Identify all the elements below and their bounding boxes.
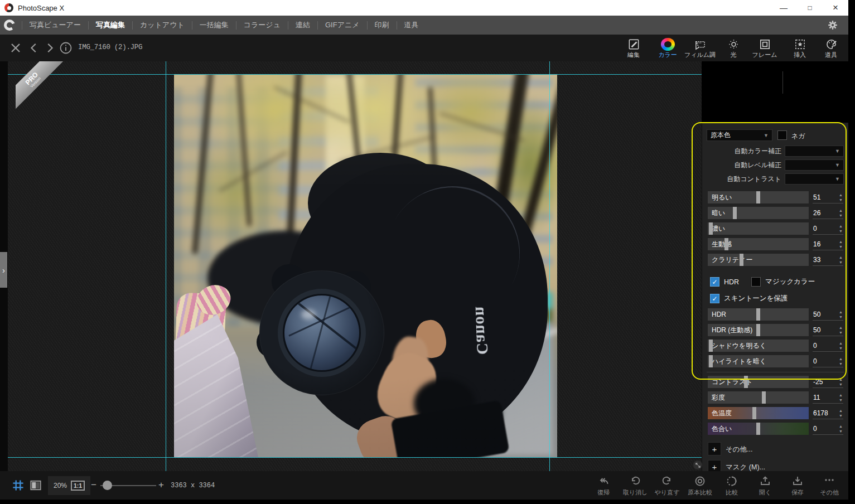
- slider-handle[interactable]: [756, 324, 760, 336]
- spinner-control[interactable]: ▲▼: [839, 377, 843, 386]
- mode-edit[interactable]: 編集: [617, 37, 650, 60]
- mode-frame[interactable]: フレーム: [748, 37, 781, 60]
- slider-track[interactable]: HDR: [708, 308, 809, 321]
- slider-handle[interactable]: [724, 238, 728, 250]
- spinner-control[interactable]: ▲▼: [839, 310, 843, 319]
- photoscape-ring-icon: [4, 20, 15, 31]
- slider-track[interactable]: 暗い: [708, 207, 809, 219]
- slider-track[interactable]: HDR (生動感): [708, 324, 809, 336]
- zoom-slider-handle[interactable]: [103, 481, 112, 490]
- grid-crop-icon[interactable]: [12, 479, 25, 494]
- tab-photo-editor[interactable]: 写真編集: [89, 20, 132, 30]
- tab-tools[interactable]: 道具: [397, 20, 426, 30]
- slider-track[interactable]: 明るい: [708, 191, 809, 203]
- mode-light[interactable]: 光: [717, 37, 750, 60]
- tab-combine[interactable]: 連結: [288, 20, 317, 30]
- slider-handle[interactable]: [709, 222, 713, 235]
- more-adjust-label[interactable]: その他...: [726, 445, 753, 454]
- slider-handle[interactable]: [709, 340, 713, 352]
- actual-size-button[interactable]: 1:1: [71, 481, 85, 491]
- slider-handle[interactable]: [733, 207, 737, 219]
- tab-print[interactable]: 印刷: [368, 20, 397, 30]
- slider-track[interactable]: シャドウを明るく: [708, 340, 809, 352]
- tab-photo-viewer[interactable]: 写真ビューアー: [22, 20, 88, 30]
- save-button[interactable]: 保存: [781, 473, 814, 498]
- undo-button[interactable]: 取り消し: [619, 473, 651, 498]
- spinner-control[interactable]: ▲▼: [839, 393, 843, 402]
- zoom-out-button[interactable]: −: [91, 479, 96, 491]
- panel-expander-tab[interactable]: ›: [0, 252, 7, 288]
- tab-batch-edit[interactable]: 一括編集: [192, 20, 236, 30]
- hdr-checkbox[interactable]: ✓: [710, 277, 719, 287]
- color-preset-select[interactable]: 原本色 ▼: [707, 129, 772, 141]
- close-image-icon[interactable]: [9, 41, 22, 57]
- more-button[interactable]: その他: [813, 473, 846, 498]
- background-pattern-icon[interactable]: [29, 479, 42, 494]
- editing-canvas[interactable]: Canon PRO Version: [8, 61, 702, 471]
- tab-collage[interactable]: コラージュ: [236, 20, 288, 30]
- spinner-control[interactable]: ▲▼: [839, 357, 843, 366]
- original-compare-button[interactable]: 原本比較: [684, 473, 716, 498]
- slider-track[interactable]: 生動感: [708, 238, 809, 250]
- compare-button-bottom[interactable]: 比較: [716, 473, 748, 498]
- mode-film[interactable]: フィルム調: [684, 37, 716, 60]
- skin-tone-checkbox[interactable]: ✓: [710, 294, 719, 303]
- minimize-button[interactable]: —: [772, 0, 795, 16]
- slider-handle[interactable]: [740, 254, 743, 266]
- mode-color[interactable]: カラー: [651, 37, 684, 60]
- open-button[interactable]: 開く: [749, 473, 781, 498]
- pro-version-badge: PRO Version: [16, 61, 67, 113]
- slider-row: クラリティー33▲▼: [708, 254, 843, 266]
- slider-handle[interactable]: [752, 407, 756, 419]
- slider-handle[interactable]: [756, 423, 760, 435]
- resize-handle-icon[interactable]: [693, 461, 702, 469]
- maximize-button[interactable]: □: [799, 0, 821, 16]
- tint-slider-track[interactable]: 色合い: [708, 423, 809, 435]
- slider-value: 0: [813, 342, 817, 350]
- slider-handle[interactable]: [709, 355, 713, 367]
- slider-track[interactable]: クラリティー: [708, 254, 809, 266]
- slider-handle[interactable]: [756, 191, 760, 203]
- redo-button[interactable]: やり直す: [651, 473, 683, 498]
- zoom-level[interactable]: 20%: [54, 482, 67, 490]
- slider-handle[interactable]: [744, 376, 748, 388]
- spinner-control[interactable]: ▲▼: [839, 341, 843, 350]
- next-image-icon[interactable]: [44, 41, 56, 57]
- slider-value-wrap: 0▲▼: [813, 222, 843, 235]
- spinner-control[interactable]: ▲▼: [839, 409, 843, 418]
- slider-label: 色合い: [712, 424, 732, 434]
- zoom-in-button[interactable]: +: [158, 479, 164, 491]
- spinner-control[interactable]: ▲▼: [839, 193, 843, 202]
- mode-insert[interactable]: 挿入: [784, 37, 816, 60]
- tab-gif-anime[interactable]: GIFアニメ: [318, 20, 367, 30]
- slider-track[interactable]: ハイライトを暗く: [708, 355, 809, 367]
- spinner-control[interactable]: ▲▼: [839, 224, 843, 233]
- spinner-control[interactable]: ▲▼: [839, 209, 843, 217]
- info-icon[interactable]: [59, 41, 73, 57]
- slider-track[interactable]: コントラスト: [708, 376, 809, 388]
- auto-level-dropdown[interactable]: ▼: [785, 159, 844, 171]
- nega-checkbox[interactable]: [777, 130, 787, 140]
- magic-color-checkbox[interactable]: [751, 277, 761, 287]
- slider-handle[interactable]: [756, 308, 760, 321]
- slider-value: 11: [813, 394, 820, 401]
- slider-handle[interactable]: [762, 391, 766, 404]
- mode-label: 挿入: [794, 51, 806, 59]
- previous-image-icon[interactable]: [28, 41, 40, 57]
- close-button[interactable]: ×: [824, 0, 847, 16]
- tab-cutout[interactable]: カットアウト: [133, 20, 192, 30]
- mode-tools[interactable]: 道具: [815, 37, 847, 60]
- spinner-control[interactable]: ▲▼: [839, 326, 843, 335]
- revert-button[interactable]: 復帰: [587, 473, 620, 498]
- spinner-control[interactable]: ▲▼: [839, 424, 843, 433]
- auto-contrast-dropdown[interactable]: ▼: [785, 173, 844, 185]
- auto-color-dropdown[interactable]: ▼: [785, 146, 844, 157]
- more-adjust-button[interactable]: +: [708, 442, 721, 455]
- spinner-control[interactable]: ▲▼: [839, 255, 843, 264]
- slider-track[interactable]: 濃い: [708, 222, 809, 235]
- spinner-control[interactable]: ▲▼: [839, 240, 843, 249]
- settings-gear-icon[interactable]: [827, 20, 838, 33]
- photo-canvas[interactable]: Canon: [174, 75, 557, 457]
- temp-slider-track[interactable]: 色温度: [708, 407, 809, 419]
- slider-track[interactable]: 彩度: [708, 391, 809, 404]
